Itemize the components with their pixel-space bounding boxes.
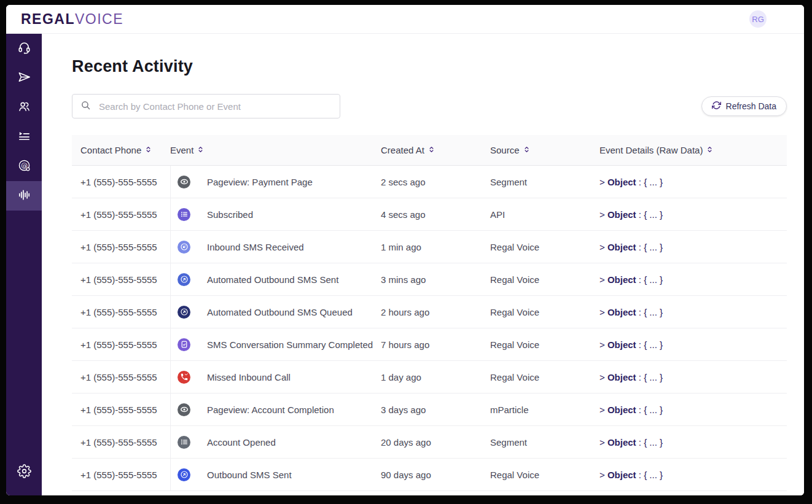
expander-chevron: > xyxy=(599,339,607,350)
event-name-cell: Automated Outbound SMS Sent xyxy=(197,274,381,285)
event-icon-cell xyxy=(170,361,197,393)
table-row: +1 (555)-555-5555 Automated Outbound SMS… xyxy=(72,296,787,328)
playlist-icon xyxy=(17,129,31,145)
sidebar-item-headset[interactable] xyxy=(6,34,42,63)
expander-chevron: > xyxy=(599,274,607,285)
object-label: Object xyxy=(607,177,636,187)
sms-outbound-icon xyxy=(178,273,190,286)
sidebar-nav: @ xyxy=(6,34,42,495)
table-row: +1 (555)-555-5555 Inbound SMS Received 1… xyxy=(72,231,787,263)
event-details-expander[interactable]: > Object : { ... } xyxy=(599,470,787,480)
table-body: +1 (555)-555-5555 Pageview: Payment Page… xyxy=(72,166,787,491)
table-row: +1 (555)-555-5555 Subscribed 4 secs ago … xyxy=(72,198,787,231)
sort-icon xyxy=(198,145,203,155)
event-icon-cell xyxy=(170,166,197,198)
sidebar-item-at-target[interactable]: @ xyxy=(6,152,42,181)
object-label: Object xyxy=(607,405,636,415)
event-details-expander[interactable]: > Object : { ... } xyxy=(599,242,787,252)
event-details-expander[interactable]: > Object : { ... } xyxy=(599,372,787,382)
event-details-expander[interactable]: > Object : { ... } xyxy=(599,339,787,350)
event-details-expander[interactable]: > Object : { ... } xyxy=(599,437,787,448)
created-at-cell: 2 hours ago xyxy=(381,307,490,317)
send-icon xyxy=(17,70,31,87)
logo-regal: REGAL xyxy=(21,11,75,27)
source-cell: Regal Voice xyxy=(490,307,599,317)
event-details-expander[interactable]: > Object : { ... } xyxy=(599,307,787,317)
sort-icon xyxy=(707,145,712,155)
sidebar-item-playlist[interactable] xyxy=(6,122,42,152)
event-name-cell: Pageview: Account Completion xyxy=(197,405,381,415)
expander-chevron: > xyxy=(599,307,607,317)
column-header-created-at[interactable]: Created At xyxy=(381,145,490,155)
object-preview: : { ... } xyxy=(636,372,663,382)
refresh-data-button[interactable]: Refresh Data xyxy=(701,96,787,116)
contact-phone-cell: +1 (555)-555-5555 xyxy=(72,339,170,350)
expander-chevron: > xyxy=(599,437,607,448)
contact-phone-cell: +1 (555)-555-5555 xyxy=(72,177,170,187)
contact-phone-cell: +1 (555)-555-5555 xyxy=(72,372,170,382)
contact-phone-cell: +1 (555)-555-5555 xyxy=(72,470,170,480)
source-cell: Segment xyxy=(490,177,599,187)
people-icon xyxy=(17,99,31,116)
object-preview: : { ... } xyxy=(636,242,663,252)
user-avatar[interactable]: RG xyxy=(749,10,767,28)
table-row: +1 (555)-555-5555 Pageview: Payment Page… xyxy=(72,166,787,198)
sidebar-item-people[interactable] xyxy=(6,93,42,122)
object-label: Object xyxy=(607,209,636,220)
screen-frame: REGALVOICE RG @ Recent Activ xyxy=(0,0,812,504)
source-cell: Regal Voice xyxy=(490,242,599,252)
event-name-cell: Automated Outbound SMS Queued xyxy=(197,307,381,317)
list-icon xyxy=(178,208,190,221)
sms-outbound-icon xyxy=(178,306,190,319)
created-at-cell: 4 secs ago xyxy=(381,209,490,220)
expander-chevron: > xyxy=(599,470,607,480)
expander-chevron: > xyxy=(599,209,607,220)
column-header-event[interactable]: Event xyxy=(170,145,381,155)
event-name-cell: Subscribed xyxy=(197,209,381,220)
search-icon xyxy=(80,100,91,113)
app-window: REGALVOICE RG @ Recent Activ xyxy=(6,5,804,495)
created-at-cell: 1 day ago xyxy=(381,372,490,382)
contact-phone-cell: +1 (555)-555-5555 xyxy=(72,242,170,252)
table-row: +1 (555)-555-5555 SMS Conversation Summa… xyxy=(72,328,787,361)
logo-voice: VOICE xyxy=(75,11,123,27)
doc-check-icon xyxy=(178,338,190,351)
created-at-cell: 2 secs ago xyxy=(381,177,490,187)
sidebar-item-settings[interactable] xyxy=(6,457,42,487)
search-box[interactable] xyxy=(72,94,340,118)
missed-call-icon xyxy=(178,371,190,384)
object-label: Object xyxy=(607,437,636,448)
sort-icon xyxy=(429,145,434,155)
event-details-expander[interactable]: > Object : { ... } xyxy=(599,274,787,285)
regal-voice-logo: REGALVOICE xyxy=(21,12,123,26)
source-cell: Regal Voice xyxy=(490,339,599,350)
event-icon-cell xyxy=(170,263,197,295)
gear-icon xyxy=(17,464,31,481)
event-details-expander[interactable]: > Object : { ... } xyxy=(599,405,787,415)
controls-row: Refresh Data xyxy=(72,94,787,118)
event-icon-cell xyxy=(170,459,197,490)
sidebar-item-send[interactable] xyxy=(6,63,42,93)
event-details-expander[interactable]: > Object : { ... } xyxy=(599,209,787,220)
headset-icon xyxy=(17,41,31,57)
event-details-expander[interactable]: > Object : { ... } xyxy=(599,177,787,187)
object-label: Object xyxy=(607,339,636,350)
sidebar-item-waveform[interactable] xyxy=(6,181,42,211)
search-input[interactable] xyxy=(98,101,332,112)
source-cell: Regal Voice xyxy=(490,274,599,285)
event-icon-cell xyxy=(170,296,197,328)
column-header-source[interactable]: Source xyxy=(490,145,599,155)
expander-chevron: > xyxy=(599,405,607,415)
created-at-cell: 90 days ago xyxy=(381,470,490,480)
column-header-event-details-raw-data-[interactable]: Event Details (Raw Data) xyxy=(599,145,787,155)
main-content: Recent Activity Refresh Data Contact Pho… xyxy=(42,34,804,495)
created-at-cell: 3 mins ago xyxy=(381,274,490,285)
pageview-eye-icon xyxy=(178,403,190,416)
table-row: +1 (555)-555-5555 Outbound SMS Sent 90 d… xyxy=(72,459,787,491)
column-header-contact-phone[interactable]: Contact Phone xyxy=(72,145,170,155)
column-header-label: Event Details (Raw Data) xyxy=(599,145,703,155)
sms-inbound-icon xyxy=(178,241,190,254)
expander-chevron: > xyxy=(599,242,607,252)
object-preview: : { ... } xyxy=(636,307,663,317)
sms-outbound-icon xyxy=(178,468,190,481)
